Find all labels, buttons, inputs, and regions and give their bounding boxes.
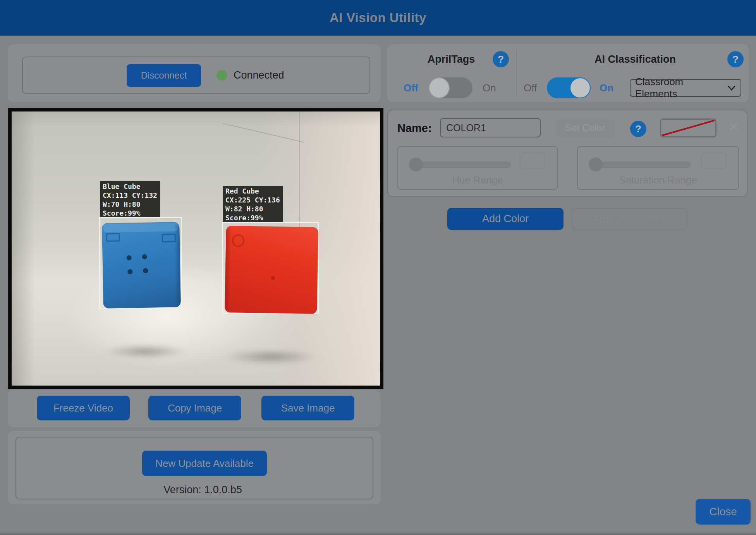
cube-corner-slot [106, 233, 120, 242]
remove-color-icon[interactable]: ✕ [728, 119, 740, 135]
color-name-input[interactable] [440, 118, 541, 137]
classification-model-select[interactable]: Classroom Elements [630, 79, 741, 97]
ai-off-label: Off [524, 82, 537, 94]
close-button[interactable]: Close [696, 499, 751, 525]
version-text: Version: 1.0.0.b5 [16, 484, 389, 496]
disconnect-button[interactable]: Disconnect [127, 64, 201, 87]
cube-dot [142, 254, 147, 259]
saturation-value-badge: N/A [701, 153, 727, 169]
detection-line: Blue Cube [103, 182, 157, 191]
video-buttons-panel: Freeze Video Copy Image Save Image [8, 390, 381, 427]
ai-vision-utility-window: AI Vision Utility Disconnect Connected A… [0, 0, 756, 535]
camera-frame: Blue Cube CX:113 CY:132 W:70 H:80 Score:… [8, 108, 383, 389]
color-swatch [660, 118, 716, 137]
connection-panel: Disconnect Connected [8, 44, 381, 102]
new-update-button[interactable]: New Update Available [142, 451, 267, 476]
detection-line: W:70 H:80 [103, 200, 157, 209]
detection-label-blue-cube: Blue Cube CX:113 CY:132 W:70 H:80 Score:… [100, 181, 160, 218]
cube-corner-socket [232, 234, 245, 247]
color-name-label: Name: [397, 122, 432, 135]
freeze-video-button[interactable]: Freeze Video [37, 396, 130, 420]
save-image-button[interactable]: Save Image [261, 396, 354, 420]
update-box: New Update Available Version: 1.0.0.b5 [15, 437, 373, 499]
detection-line: W:82 H:80 [225, 204, 280, 213]
blue-cube-shadow [101, 344, 190, 359]
set-color-button[interactable]: Set Color [556, 118, 614, 137]
apriltags-on-label: On [483, 82, 496, 94]
add-color-code-button[interactable]: Add Color Code [572, 208, 687, 230]
ai-classification-toggle-knob [570, 77, 591, 98]
ai-classification-toggle[interactable] [547, 77, 590, 98]
saturation-range-label: Saturation Range [578, 174, 738, 186]
chevron-down-icon [727, 85, 736, 91]
apriltags-toggle-knob [429, 77, 450, 98]
detection-line: Score:99% [103, 209, 157, 218]
ai-classification-title: AI Classification [573, 53, 697, 65]
copy-image-button[interactable]: Copy Image [148, 396, 241, 420]
detection-line: Score:99% [225, 213, 280, 222]
color-config-panel: Name: Set Color ? ✕ N/A Hue Range N/A Sa… [387, 110, 747, 197]
red-cube-image [225, 226, 318, 314]
saturation-range-box: N/A Saturation Range [577, 146, 739, 190]
no-color-strike-icon [661, 120, 715, 136]
page-title: AI Vision Utility [330, 10, 426, 25]
video-left-shade [12, 111, 35, 386]
detection-line: Red Cube [225, 187, 280, 195]
apriltags-off-label: Off [404, 82, 418, 94]
cube-corner-slot [162, 233, 176, 242]
detection-settings-panel: AprilTags ? AI Classification ? Off On O… [387, 44, 749, 102]
detection-label-red-cube: Red Cube CX:225 CY:136 W:82 H:80 Score:9… [223, 186, 283, 223]
hue-range-label: Hue Range [398, 174, 557, 186]
detection-box-red-cube [222, 222, 319, 314]
detection-line: CX:225 CY:136 [225, 195, 280, 204]
cube-dot [143, 268, 148, 273]
update-panel: New Update Available Version: 1.0.0.b5 [8, 431, 381, 504]
section-divider [516, 50, 517, 96]
hue-range-box: N/A Hue Range [397, 146, 558, 190]
red-cube-shadow [221, 348, 321, 365]
hue-slider-track[interactable] [416, 161, 511, 168]
ai-on-label: On [600, 82, 613, 94]
add-color-button[interactable]: Add Color [447, 208, 564, 230]
saturation-slider-track[interactable] [596, 161, 691, 168]
apriltags-help-icon[interactable]: ? [493, 51, 509, 67]
apriltags-title: AprilTags [403, 53, 500, 65]
bottom-edge-strip [0, 533, 756, 535]
ai-classification-help-icon[interactable]: ? [727, 51, 744, 67]
set-color-help-icon[interactable]: ? [630, 121, 646, 137]
blue-cube-image [102, 222, 181, 308]
app-header: AI Vision Utility [0, 0, 756, 36]
video-top-shade [12, 111, 380, 127]
apriltags-toggle[interactable] [429, 77, 472, 98]
connection-status: Connected [234, 69, 284, 81]
detection-box-blue-cube [99, 217, 182, 309]
status-dot-icon [216, 70, 227, 81]
video-wall-corner [299, 111, 300, 239]
hue-slider-knob[interactable] [409, 158, 423, 171]
hue-value-badge: N/A [520, 153, 545, 169]
cube-dot [127, 269, 132, 274]
detection-line: CX:113 CY:132 [103, 191, 157, 200]
model-select-value: Classroom Elements [635, 76, 727, 100]
cube-dot [271, 276, 275, 280]
saturation-slider-knob[interactable] [589, 158, 603, 171]
camera-feed: Blue Cube CX:113 CY:132 W:70 H:80 Score:… [12, 111, 380, 386]
cube-dot [127, 255, 132, 260]
connection-box: Disconnect Connected [22, 57, 370, 94]
